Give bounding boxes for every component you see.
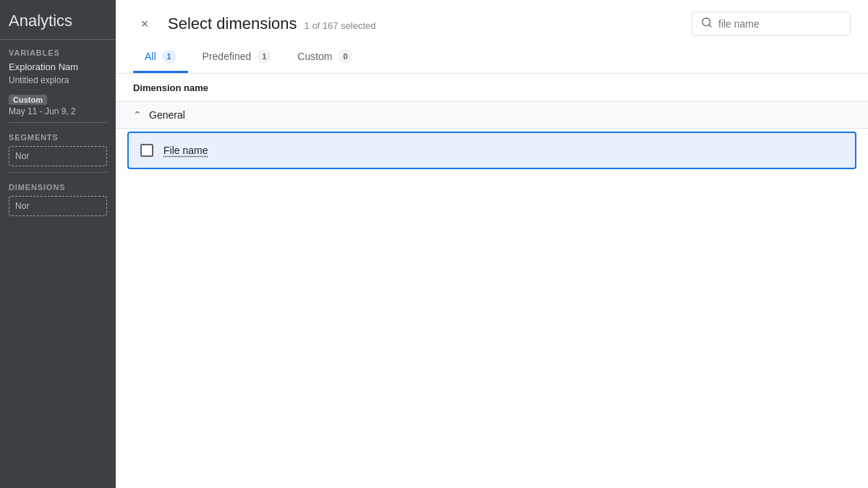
sidebar-title: Analytics — [0, 0, 116, 40]
search-box[interactable] — [692, 12, 851, 36]
group-general-name: General — [149, 109, 185, 121]
modal-header: × Select dimensions 1 of 167 selected — [116, 0, 868, 36]
dimension-placeholder: Nor — [15, 201, 29, 211]
tab-all-label: All — [145, 51, 156, 62]
dimension-name-header: Dimension name — [133, 82, 208, 93]
search-input[interactable] — [718, 18, 834, 30]
tab-predefined[interactable]: Predefined 1 — [191, 42, 284, 73]
chevron-up-icon: ⌃ — [133, 109, 142, 121]
tab-custom-badge: 0 — [339, 49, 353, 64]
segment-placeholder: Nor — [15, 151, 29, 161]
modal-body: ⌃ General File name — [116, 102, 868, 488]
modal-subtitle: 1 of 167 selected — [305, 20, 376, 31]
dimensions-label: DIMENSIONS — [9, 183, 107, 192]
tab-custom-label: Custom — [297, 51, 332, 62]
exploration-name-value: Untitled explora — [9, 75, 107, 85]
tab-custom[interactable]: Custom 0 — [286, 42, 364, 73]
segment-box[interactable]: Nor — [9, 146, 107, 166]
group-general-header[interactable]: ⌃ General — [116, 102, 868, 129]
tab-all[interactable]: All 1 — [133, 42, 188, 73]
sidebar: Analytics Variables Exploration Nam Unti… — [0, 0, 116, 488]
dimension-row-file-name[interactable]: File name — [127, 132, 856, 169]
tab-predefined-badge: 1 — [257, 49, 271, 64]
dimension-box[interactable]: Nor — [9, 196, 107, 216]
file-name-label: File name — [163, 145, 208, 156]
exploration-name-label: Exploration Nam — [9, 61, 107, 72]
sidebar-divider — [9, 122, 107, 123]
custom-badge: Custom — [9, 95, 47, 105]
close-icon: × — [141, 17, 149, 32]
sidebar-divider-2 — [9, 172, 107, 173]
segments-label: SEGMENTS — [9, 133, 107, 142]
tab-predefined-label: Predefined — [203, 51, 252, 62]
variables-label: Variables — [9, 48, 107, 57]
svg-line-1 — [709, 25, 711, 27]
select-dimensions-modal: × Select dimensions 1 of 167 selected Al… — [116, 0, 868, 488]
table-header: Dimension name — [116, 74, 868, 102]
file-name-checkbox[interactable] — [140, 144, 153, 157]
search-icon — [701, 17, 712, 31]
close-button[interactable]: × — [133, 12, 156, 35]
tab-all-badge: 1 — [162, 49, 176, 64]
modal-tabs: All 1 Predefined 1 Custom 0 — [116, 36, 868, 73]
modal-title-area: Select dimensions 1 of 167 selected — [168, 14, 680, 33]
modal-title: Select dimensions — [168, 14, 297, 33]
date-range: May 11 - Jun 9, 2 — [9, 106, 107, 116]
